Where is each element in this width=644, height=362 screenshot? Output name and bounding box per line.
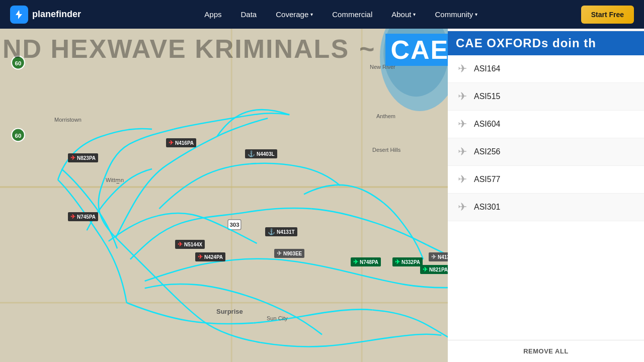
navbar: planefinder AppsDataCoverage▾CommercialA… — [0, 0, 644, 29]
location-surprise: Surprise — [216, 308, 243, 315]
plane-icon: ✈ — [423, 266, 428, 273]
plane-n332pa[interactable]: ✈ N332PA — [392, 257, 423, 266]
nav-item-about[interactable]: About▾ — [383, 6, 424, 23]
banner-left-text: ND HEXWAVE KRIMINALS — [0, 34, 349, 66]
flight-plane-icon: ✈ — [458, 201, 467, 214]
flight-plane-icon: ✈ — [458, 145, 467, 158]
location-desert-hills: Desert Hills — [372, 147, 400, 153]
flight-row[interactable]: ✈ASI256 — [448, 138, 644, 166]
flight-plane-icon: ✈ — [458, 118, 467, 131]
chevron-down-icon: ▾ — [413, 12, 416, 17]
flight-row[interactable]: ✈ASI515 — [448, 83, 644, 111]
location-morristown: Morristown — [54, 117, 82, 123]
remove-all-button[interactable]: REMOVE ALL — [448, 340, 644, 362]
plane-icon: ✈ — [277, 250, 282, 257]
plane-icon: ✈ — [198, 253, 203, 260]
plane-code: N745PA — [77, 214, 96, 220]
plane-icon: ✈ — [169, 139, 174, 146]
plane-code: N748PA — [360, 259, 378, 265]
plane-n424pa[interactable]: ✈ N424PA — [195, 252, 225, 261]
plane-code: N4403L — [257, 151, 275, 157]
plane-n745pa[interactable]: ✈ N745PA — [68, 212, 98, 221]
plane-code: N823PA — [77, 155, 96, 161]
plane-n416pa[interactable]: ✈ N416PA — [166, 138, 196, 147]
flight-code: ASI301 — [474, 203, 500, 212]
plane-n748pa[interactable]: ✈ N748PA — [351, 257, 381, 266]
flight-row[interactable]: ✈ASI577 — [448, 166, 644, 194]
plane-icon: ✈ — [178, 241, 183, 248]
svg-text:60: 60 — [15, 133, 22, 139]
nav-item-commercial[interactable]: Commercial — [324, 6, 380, 23]
plane-n5144x[interactable]: ✈ N5144X — [175, 240, 205, 249]
chevron-down-icon: ▾ — [310, 12, 313, 17]
flight-row[interactable]: ✈ASI164 — [448, 55, 644, 83]
sidebar-banner: CAE OXFORDs doin th — [448, 31, 644, 55]
plane-n4131t[interactable]: ⚓ N4131T — [265, 227, 297, 236]
plane-code: N416PA — [175, 140, 194, 146]
logo-icon — [10, 6, 28, 24]
flight-code: ASI515 — [474, 92, 500, 101]
nav-item-data[interactable]: Data — [233, 6, 265, 23]
plane-code: N332PA — [401, 259, 420, 265]
flight-code: ASI604 — [474, 120, 500, 129]
nav-item-coverage[interactable]: Coverage▾ — [268, 6, 321, 23]
plane-n823pa[interactable]: ✈ N823PA — [68, 153, 98, 162]
flight-code: ASI577 — [474, 175, 500, 184]
banner-tilde: ~ — [349, 34, 385, 66]
plane-icon: ⚓ — [268, 228, 275, 235]
svg-text:303: 303 — [229, 222, 239, 228]
plane-icon: ✈ — [353, 258, 358, 265]
flight-plane-icon: ✈ — [458, 62, 467, 75]
plane-icon: ✈ — [70, 154, 75, 161]
flight-plane-icon: ✈ — [458, 173, 467, 186]
chevron-down-icon: ▾ — [475, 12, 477, 17]
plane-code: N5144X — [184, 242, 202, 247]
flight-list: ✈ASI164✈ASI515✈ASI604✈ASI256✈ASI577✈ASI3… — [448, 55, 644, 340]
logo[interactable]: planefinder — [10, 6, 81, 24]
flight-code: ASI164 — [474, 64, 500, 73]
plane-icon: ⚓ — [248, 150, 255, 157]
start-free-button[interactable]: Start Free — [581, 6, 634, 24]
plane-n821pa[interactable]: ✈ N821PA — [420, 265, 450, 274]
plane-n903ee[interactable]: ✈ N903EE — [274, 249, 304, 258]
location-sun-city: Sun City — [267, 315, 288, 321]
plane-n4403l[interactable]: ⚓ N4403L — [245, 149, 277, 158]
flight-row[interactable]: ✈ASI301 — [448, 194, 644, 221]
sidebar: 🔍 📡 🔔 1 🔖 ⚙ CAE OXFORDs doin th ✈ASI164✈… — [448, 0, 644, 362]
plane-code: N903EE — [283, 251, 302, 256]
plane-icon: ✈ — [395, 258, 400, 265]
logo-text: planefinder — [32, 9, 81, 20]
plane-code: N424PA — [204, 254, 223, 260]
flight-plane-icon: ✈ — [458, 90, 467, 103]
nav-item-apps[interactable]: Apps — [196, 6, 229, 23]
nav-links: AppsDataCoverage▾CommercialAbout▾Communi… — [101, 6, 581, 23]
flight-row[interactable]: ✈ASI604 — [448, 111, 644, 138]
plane-icon: ✈ — [431, 253, 436, 260]
plane-code: N4131T — [277, 229, 295, 235]
plane-code: N821PA — [429, 267, 448, 273]
nav-item-community[interactable]: Community▾ — [427, 6, 486, 23]
location-wittman: Wittm̲n — [106, 177, 124, 184]
flight-code: ASI256 — [474, 147, 500, 156]
location-anthem: Anthem — [376, 113, 395, 119]
plane-icon: ✈ — [70, 213, 75, 220]
